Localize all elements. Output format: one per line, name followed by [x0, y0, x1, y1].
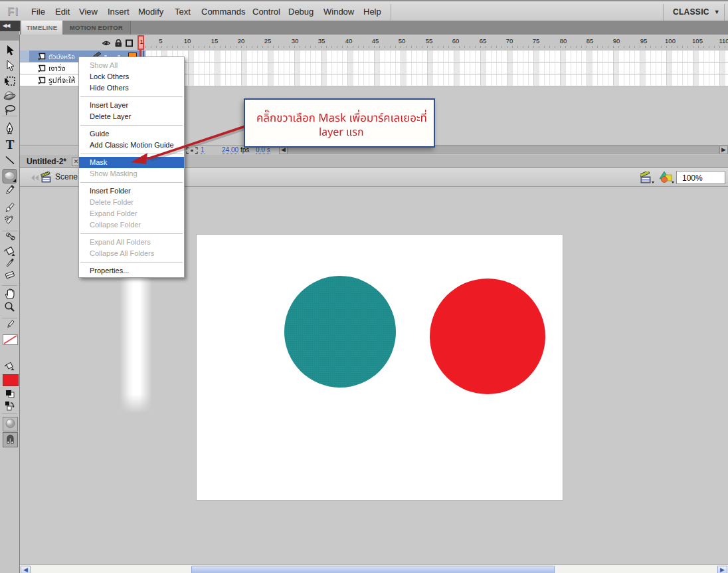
- svg-text:T: T: [5, 139, 14, 151]
